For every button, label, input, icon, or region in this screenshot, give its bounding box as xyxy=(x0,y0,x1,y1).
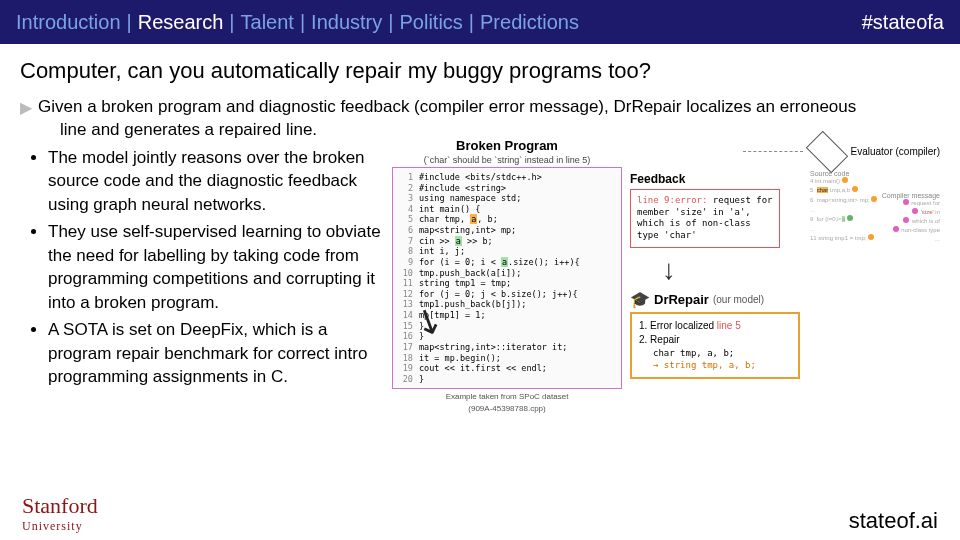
source-code-label: Source code xyxy=(810,170,940,177)
dashed-arrow-icon xyxy=(743,151,803,152)
result-step-2: 2. Repair xyxy=(639,333,791,347)
intro-line-1: Given a broken program and diagnostic fe… xyxy=(38,96,940,119)
hashtag: #stateofa xyxy=(862,11,944,34)
error-text: member 'size' in 'a', xyxy=(637,207,751,217)
bullet-arrow-icon: ▶ xyxy=(20,98,32,117)
bullet-item: The model jointly reasons over the broke… xyxy=(48,146,382,216)
code-hint: (`char` should be `string` instead in li… xyxy=(392,155,622,165)
nav-sep: | xyxy=(229,11,234,34)
arrow-down-icon: ↓ xyxy=(662,254,800,286)
nav-tabs: Introduction | Research | Talent | Indus… xyxy=(16,11,579,34)
error-text: which is of non-class xyxy=(637,218,751,228)
error-text: request for xyxy=(707,195,772,205)
nav-sep: | xyxy=(469,11,474,34)
feedback-box: line 9:error: request for member 'size' … xyxy=(630,189,780,248)
stateof-link[interactable]: stateof.ai xyxy=(849,508,938,534)
example-note-2: (909A-45398788.cpp) xyxy=(392,404,622,413)
nav-politics[interactable]: Politics xyxy=(399,11,462,34)
nav-predictions[interactable]: Predictions xyxy=(480,11,579,34)
feedback-title: Feedback xyxy=(630,172,800,186)
figure: Broken Program (`char` should be `string… xyxy=(392,138,940,414)
code-box: 1#include <bits/stdc++.h>2#include <stri… xyxy=(392,167,622,390)
evaluator-label: Evaluator (compiler) xyxy=(851,146,940,157)
result-old-code: char tmp, a, b; xyxy=(653,347,791,360)
nav-sep: | xyxy=(300,11,305,34)
footer: Stanford University stateof.ai xyxy=(0,493,960,534)
error-text: type 'char' xyxy=(637,230,697,240)
nav-introduction[interactable]: Introduction xyxy=(16,11,121,34)
example-note-1: Example taken from SPoC dataset xyxy=(392,392,622,401)
nav-sep: | xyxy=(388,11,393,34)
our-model-label: (our model) xyxy=(713,294,764,305)
error-header: line 9:error: xyxy=(637,195,707,205)
bullet-item: A SOTA is set on DeepFix, which is a pro… xyxy=(48,318,382,388)
slide-content: Computer, can you automatically repair m… xyxy=(0,44,960,413)
graph-diagram: Source code 4 int main() 5 char tmp,a,b … xyxy=(810,170,940,379)
diamond-icon xyxy=(805,131,847,173)
nav-sep: | xyxy=(127,11,132,34)
nav-industry[interactable]: Industry xyxy=(311,11,382,34)
result-step-1: 1. Error localized xyxy=(639,320,717,331)
bullet-list: The model jointly reasons over the broke… xyxy=(20,146,382,414)
nav-research[interactable]: Research xyxy=(138,11,224,34)
grad-cap-icon: 🎓 xyxy=(630,290,650,309)
nav-talent[interactable]: Talent xyxy=(241,11,294,34)
university-text: University xyxy=(22,519,98,534)
model-name: DrRepair xyxy=(654,292,709,307)
result-location: line 5 xyxy=(717,320,741,331)
slide-title: Computer, can you automatically repair m… xyxy=(20,58,940,84)
result-new-code: → string tmp, a, b; xyxy=(653,359,791,372)
result-box: 1. Error localized line 5 2. Repair char… xyxy=(630,312,800,379)
stanford-logo: Stanford University xyxy=(22,493,98,534)
stanford-text: Stanford xyxy=(22,493,98,519)
bullet-item: They use self-supervised learning to obv… xyxy=(48,220,382,314)
top-nav-bar: Introduction | Research | Talent | Indus… xyxy=(0,0,960,44)
